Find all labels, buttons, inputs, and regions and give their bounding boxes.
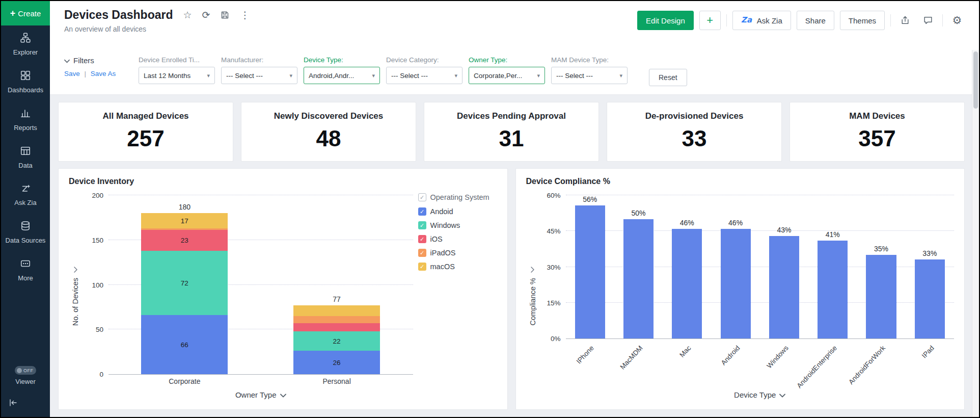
sidebar-item-more[interactable]: More xyxy=(1,251,50,289)
legend-color-checkbox[interactable]: ✓ xyxy=(418,207,426,216)
filter-select-owner-type[interactable]: Corporate,Per...▾ xyxy=(469,67,545,84)
add-button[interactable]: + xyxy=(699,11,721,30)
bar-android[interactable] xyxy=(721,229,751,338)
legend-color-checkbox[interactable]: ✓ xyxy=(418,235,426,243)
export-icon[interactable] xyxy=(896,15,914,25)
bar-slot-iphone: 56% xyxy=(566,195,614,338)
bar-macmdm[interactable] xyxy=(623,219,654,338)
x-axis-title-control[interactable]: Device Type xyxy=(566,388,955,401)
comment-icon[interactable] xyxy=(919,15,937,25)
chevron-right-icon xyxy=(73,266,78,275)
more-icon xyxy=(20,258,31,271)
bar-segment-windows[interactable]: 22 xyxy=(293,331,380,351)
sidebar-item-label: Ask Zia xyxy=(14,199,36,207)
kpi-label: All Managed Devices xyxy=(63,111,229,121)
filter-selected-value: --- Select --- xyxy=(391,72,428,80)
page-title: Devices Dashboard xyxy=(64,8,173,22)
sidebar-item-dashboards[interactable]: Dashboards xyxy=(1,63,50,101)
bar-value-label: 46% xyxy=(680,219,694,227)
kpi-card-mam-devices[interactable]: MAM Devices357 xyxy=(790,102,965,162)
y-tick-label: 15% xyxy=(547,299,560,307)
bar-windows[interactable] xyxy=(769,236,799,338)
bar-mac[interactable] xyxy=(672,229,702,338)
settings-gear-icon[interactable]: ⚙ xyxy=(948,14,966,27)
sidebar-item-viewer[interactable]: OFF Viewer xyxy=(1,360,50,391)
data-icon xyxy=(20,145,31,159)
vertical-scrollbar[interactable] xyxy=(972,50,979,417)
sidebar-item-data[interactable]: Data xyxy=(1,139,50,176)
kpi-card-devices-pending-approval[interactable]: Devices Pending Approval31 xyxy=(424,102,599,162)
legend-item-ios[interactable]: ✓iOS xyxy=(418,235,497,243)
bar-segment-windows[interactable]: 72 xyxy=(141,251,228,315)
bar-androidforwork[interactable] xyxy=(866,255,896,338)
x-category-label: Android xyxy=(719,344,741,367)
kpi-card-de-provisioned-devices[interactable]: De-provisioned Devices33 xyxy=(607,102,782,162)
sidebar-item-data-sources[interactable]: Data Sources xyxy=(1,214,50,251)
filter-label: Owner Type: xyxy=(469,56,545,64)
filter-select-device-type[interactable]: Android,Andr...▾ xyxy=(304,67,380,84)
sidebar-item-reports[interactable]: Reports xyxy=(1,101,50,139)
filter-select-manufacturer[interactable]: --- Select ---▾ xyxy=(221,67,297,84)
save-icon[interactable] xyxy=(220,10,230,20)
bar-value-label: 50% xyxy=(631,209,645,217)
y-axis-title-control[interactable]: No. of Devices xyxy=(69,190,82,401)
legend-color-checkbox[interactable]: ✓ xyxy=(418,221,426,229)
scrollbar-thumb[interactable] xyxy=(973,51,978,109)
filter-select-device-enrolled-ti[interactable]: Last 12 Months▾ xyxy=(139,67,215,84)
legend-color-checkbox[interactable]: ✓ xyxy=(418,263,426,271)
filter-selected-value: Corporate,Per... xyxy=(474,72,522,80)
create-button[interactable]: + Create xyxy=(1,1,50,25)
y-tick-label: 200 xyxy=(92,192,103,199)
favorite-star-icon[interactable]: ☆ xyxy=(183,9,192,21)
viewer-toggle[interactable]: OFF xyxy=(15,366,36,375)
filters-toggle[interactable]: Filters xyxy=(64,56,125,65)
stacked-bar-personal[interactable]: 2622 xyxy=(293,305,380,374)
sidebar-item-explorer[interactable]: Explorer xyxy=(1,25,50,63)
legend-item-ipados[interactable]: ✓iPadOS xyxy=(418,249,497,257)
collapse-sidebar-button[interactable] xyxy=(1,391,50,417)
bar-segment-macos[interactable]: 17 xyxy=(141,213,228,228)
refresh-icon[interactable]: ⟳ xyxy=(202,9,210,21)
y-axis-title: No. of Devices xyxy=(71,278,79,326)
bar-segment-macos[interactable] xyxy=(293,305,380,316)
bar-segment-ios[interactable] xyxy=(293,323,380,331)
bar-segment-ios[interactable]: 23 xyxy=(141,230,228,250)
compliance-bars: 56%50%46%46%43%41%35%33% xyxy=(566,195,955,338)
share-button[interactable]: Share xyxy=(797,11,834,30)
filters-save-as-link[interactable]: Save As xyxy=(91,70,116,77)
filters-save-link[interactable]: Save xyxy=(64,70,80,77)
reset-filters-button[interactable]: Reset xyxy=(649,69,687,86)
legend-checkbox[interactable]: ✓ xyxy=(418,193,426,201)
kebab-menu-icon[interactable]: ⋮ xyxy=(240,9,250,21)
kpi-label: De-provisioned Devices xyxy=(611,111,777,121)
legend-item-andoid[interactable]: ✓Andoid xyxy=(418,207,497,216)
legend-color-checkbox[interactable]: ✓ xyxy=(418,249,426,257)
legend-item-windows[interactable]: ✓Windows xyxy=(418,221,497,229)
chevron-down-icon xyxy=(64,56,70,65)
ask-zia-button[interactable]: Za Ask Zia xyxy=(732,11,791,30)
bar-segment-andoid[interactable]: 66 xyxy=(141,315,228,374)
bar-androidenterprise[interactable] xyxy=(818,241,848,338)
x-axis-title-control[interactable]: Owner Type xyxy=(108,388,413,401)
sidebar-item-label: Data xyxy=(18,162,32,170)
bar-iphone[interactable] xyxy=(575,205,605,338)
inventory-legend: ✓Operating System✓Andoid✓Windows✓iOS✓iPa… xyxy=(413,190,497,401)
bar-slot-mac: 46% xyxy=(663,195,711,338)
y-axis-title-control[interactable]: Compliance % xyxy=(526,190,539,401)
bar-ipad[interactable] xyxy=(915,259,945,338)
stacked-bar-corporate[interactable]: 66722317 xyxy=(141,213,228,374)
filter-label: Device Type: xyxy=(304,56,380,64)
x-category-label: MacMDM xyxy=(618,344,644,371)
inventory-plot: 05010015020018066722317772622 xyxy=(108,195,413,375)
bar-segment-ipados[interactable] xyxy=(293,316,380,323)
filter-select-device-category[interactable]: --- Select ---▾ xyxy=(386,67,462,84)
themes-button[interactable]: Themes xyxy=(840,11,885,30)
legend-item-macos[interactable]: ✓macOS xyxy=(418,263,497,271)
filter-select-mam-device-type[interactable]: --- Select ---▾ xyxy=(551,67,628,84)
kpi-card-all-managed-devices[interactable]: All Managed Devices257 xyxy=(58,102,233,162)
edit-design-button[interactable]: Edit Design xyxy=(637,11,694,30)
kpi-card-newly-discovered-devices[interactable]: Newly Discovered Devices48 xyxy=(241,102,416,162)
bar-segment-andoid[interactable]: 26 xyxy=(293,351,380,374)
legend-title[interactable]: ✓Operating System xyxy=(418,193,497,201)
sidebar-item-ask-zia[interactable]: Ask Zia xyxy=(1,176,50,214)
